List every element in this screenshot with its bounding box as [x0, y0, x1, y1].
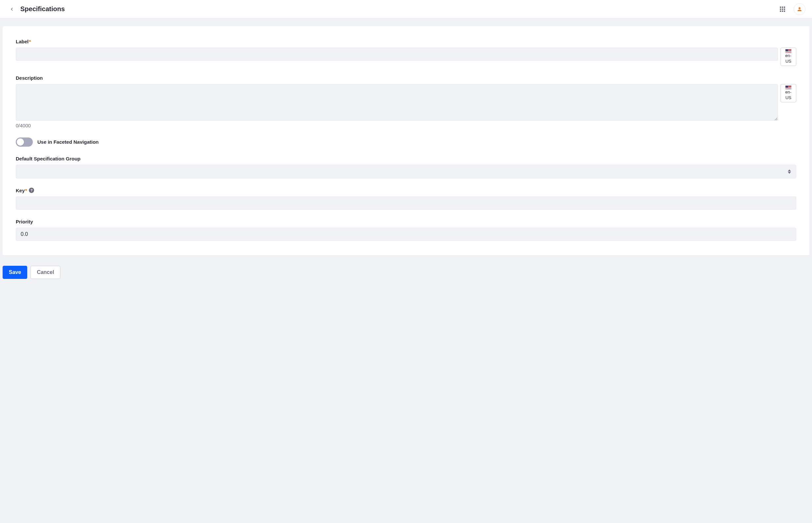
form-group-key: Key* ? — [16, 188, 796, 210]
apps-menu-button[interactable] — [777, 4, 788, 15]
description-field-label: Description — [16, 75, 796, 81]
button-bar: Save Cancel — [0, 258, 812, 286]
form-group-label: Label* en-US — [16, 39, 796, 66]
toggle-knob — [17, 139, 24, 146]
user-icon — [797, 6, 802, 12]
top-bar-actions — [777, 3, 806, 15]
label-locale-button[interactable]: en-US — [780, 48, 796, 66]
form-group-description: Description en-US 0/4000 — [16, 75, 796, 128]
top-bar: Specifications — [0, 0, 812, 18]
form-group-priority: Priority — [16, 219, 796, 241]
us-flag-icon — [786, 86, 791, 89]
faceted-nav-label: Use in Faceted Navigation — [37, 139, 99, 145]
priority-input[interactable] — [16, 228, 796, 241]
save-button[interactable]: Save — [3, 266, 27, 279]
faceted-nav-toggle[interactable] — [16, 138, 33, 147]
form-group-faceted-nav: Use in Faceted Navigation — [16, 138, 796, 147]
us-flag-icon — [786, 49, 791, 53]
key-input[interactable] — [16, 197, 796, 210]
form-group-spec-group: Default Specification Group — [16, 156, 796, 179]
description-textarea[interactable] — [16, 84, 778, 121]
required-indicator: * — [25, 188, 27, 193]
spec-group-field-label: Default Specification Group — [16, 156, 796, 161]
main-content: Label* en-US Description en-US 0/4000 — [0, 18, 812, 258]
page-title: Specifications — [20, 5, 777, 13]
key-field-label: Key* — [16, 188, 27, 193]
description-locale-button[interactable]: en-US — [780, 84, 796, 102]
form-card: Label* en-US Description en-US 0/4000 — [3, 26, 809, 255]
user-avatar-button[interactable] — [794, 3, 806, 15]
cancel-button[interactable]: Cancel — [31, 266, 60, 279]
label-input[interactable] — [16, 48, 778, 61]
chevron-left-icon — [10, 7, 14, 12]
help-icon[interactable]: ? — [29, 188, 34, 193]
priority-field-label: Priority — [16, 219, 796, 224]
label-field-label: Label* — [16, 39, 796, 44]
back-button[interactable] — [6, 4, 17, 15]
required-indicator: * — [29, 39, 31, 44]
description-char-count: 0/4000 — [16, 123, 796, 128]
spec-group-select[interactable] — [16, 165, 796, 179]
apps-grid-icon — [780, 6, 785, 12]
